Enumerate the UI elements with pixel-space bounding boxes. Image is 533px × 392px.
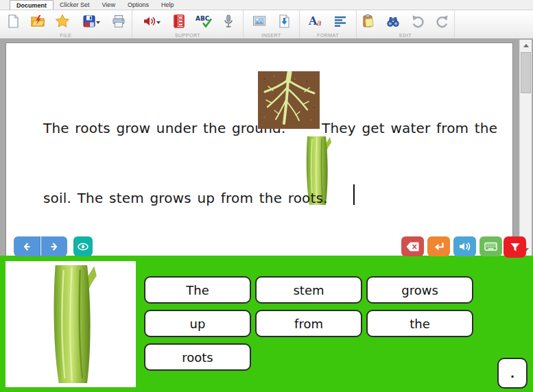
hide-grid-button[interactable] — [504, 236, 526, 258]
ribbon-group-edit: EDIT — [357, 10, 455, 38]
save-dropdown-caret[interactable] — [96, 21, 100, 24]
backspace-icon — [405, 241, 420, 253]
arrow-left-icon — [20, 240, 34, 254]
roots-in-soil-image[interactable] — [258, 71, 320, 132]
word-cell-stem[interactable]: stem — [255, 276, 362, 304]
show-button[interactable] — [73, 236, 93, 256]
save-icon — [81, 13, 97, 32]
return-icon — [432, 241, 446, 253]
menu-bar: Document Clicker Set View Options Help — [0, 0, 533, 10]
document-text-line1-before: The roots grow under the ground. — [43, 120, 286, 136]
plant-stem-preview-image — [27, 265, 114, 383]
clicker-window: Document Clicker Set View Options Help — [0, 0, 533, 392]
speak-dropdown-caret[interactable] — [156, 21, 161, 24]
ribbon-group-insert: INSERT — [244, 10, 300, 38]
spell-check-button[interactable]: ABC — [193, 12, 214, 33]
undo-button[interactable] — [407, 12, 428, 33]
star-icon — [54, 13, 71, 32]
favorites-button[interactable] — [52, 12, 73, 33]
word-cell-up[interactable]: up — [144, 310, 251, 337]
text-cursor — [353, 184, 355, 205]
keyboard-icon — [484, 240, 498, 253]
word-cell-from[interactable]: from — [255, 310, 362, 337]
new-document-button[interactable] — [3, 12, 23, 33]
grid-picture-cell[interactable] — [5, 261, 136, 387]
backspace-button[interactable] — [401, 236, 424, 256]
group-label-insert: INSERT — [244, 33, 299, 38]
picture-icon — [251, 13, 268, 32]
ribbon-group-format: Aa FORMAT — [300, 10, 357, 38]
return-button[interactable] — [427, 236, 450, 256]
word-cell-roots[interactable]: roots — [144, 343, 251, 371]
save-button[interactable] — [77, 12, 104, 33]
microphone-icon — [220, 13, 237, 32]
new-document-icon — [5, 13, 21, 32]
group-label-file: FILE — [0, 33, 132, 38]
eye-icon — [76, 240, 90, 254]
menu-tab-clicker-set[interactable]: Clicker Set — [54, 0, 96, 10]
print-button[interactable] — [108, 12, 129, 33]
keyboard-button[interactable] — [479, 236, 502, 256]
binoculars-icon — [385, 13, 401, 32]
punctuation-cell-period[interactable]: . — [497, 358, 528, 389]
printer-icon — [110, 13, 127, 32]
word-cell-grows[interactable]: grows — [366, 276, 473, 304]
menu-tab-help[interactable]: Help — [155, 0, 180, 10]
paste-button[interactable] — [358, 12, 379, 33]
paste-clipboard-icon — [360, 13, 377, 32]
record-button[interactable] — [218, 12, 239, 33]
insert-picture-button[interactable] — [249, 12, 270, 33]
redo-button[interactable] — [432, 12, 453, 33]
word-cell-the-2[interactable]: the — [366, 310, 473, 337]
quick-open-button[interactable] — [27, 12, 48, 33]
funnel-icon — [508, 241, 522, 254]
back-button[interactable] — [14, 236, 40, 256]
scrollbar-thumb[interactable] — [521, 52, 531, 93]
speak-sentence-button[interactable] — [453, 236, 476, 256]
font-icon: Aa — [307, 13, 324, 32]
svg-text:ABC: ABC — [196, 15, 210, 22]
forward-button[interactable] — [41, 236, 67, 256]
scroll-up-button[interactable] — [520, 40, 532, 51]
spell-check-icon: ABC — [195, 13, 213, 32]
word-cell-the-1[interactable]: The — [144, 276, 251, 304]
ribbon-toolbar: FILE ABC — [0, 10, 533, 38]
find-button[interactable] — [383, 12, 403, 33]
speak-button[interactable] — [137, 12, 165, 33]
insert-file-icon — [276, 13, 292, 32]
word-bank-icon — [171, 13, 187, 32]
menu-tab-document[interactable]: Document — [10, 0, 54, 10]
clicker-grid: The stem grows up from the roots . — [0, 256, 533, 392]
scroll-up-icon — [523, 44, 529, 47]
word-bank-button[interactable] — [169, 12, 189, 33]
undo-icon — [410, 13, 426, 32]
group-label-edit: EDIT — [357, 33, 454, 38]
redo-icon — [434, 13, 451, 32]
paragraph-align-icon — [332, 13, 348, 32]
svg-text:a: a — [316, 17, 322, 27]
speak-sentence-icon — [458, 240, 472, 253]
font-button[interactable]: Aa — [305, 12, 326, 33]
vertical-scrollbar[interactable] — [519, 40, 532, 256]
menu-tab-view[interactable]: View — [96, 0, 121, 10]
group-label-support: SUPPORT — [132, 33, 243, 38]
paragraph-button[interactable] — [330, 12, 351, 33]
ribbon-group-support: ABC SUPPORT — [132, 10, 244, 38]
document-text-line1-after: They get water from the — [322, 120, 497, 136]
document-area: The roots grow under the ground. — [0, 38, 533, 256]
insert-file-button[interactable] — [274, 12, 294, 33]
document-page[interactable]: The roots grow under the ground. — [5, 42, 513, 256]
document-text-line2: soil. The stem grows up from the roots. — [43, 190, 328, 206]
ribbon-group-file: FILE — [0, 10, 132, 38]
group-label-format: FORMAT — [300, 33, 356, 38]
speaker-icon — [141, 13, 158, 32]
menu-tab-options[interactable]: Options — [121, 0, 155, 10]
open-folder-icon — [29, 13, 46, 32]
arrow-right-icon — [47, 240, 61, 254]
